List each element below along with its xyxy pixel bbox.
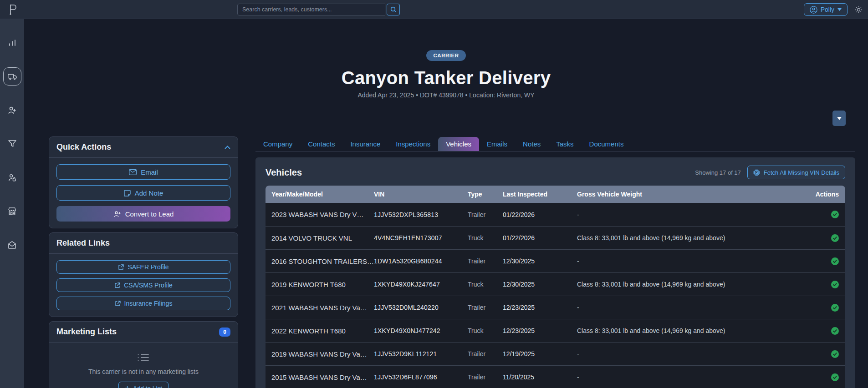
- email-button[interactable]: Email: [56, 164, 230, 180]
- col-gross-vehicle-weight: Gross Vehicle Weight: [577, 191, 818, 198]
- cell-last-inspected: 11/20/2025: [503, 373, 577, 381]
- related-links-title: Related Links: [56, 238, 110, 248]
- header-dropdown-button[interactable]: [832, 111, 846, 126]
- page-title: Canyon Tanker Delivery: [24, 68, 868, 88]
- sidebar-item-carriers[interactable]: [3, 67, 21, 86]
- quick-actions-body: Email Add Note Convert to Lead: [49, 158, 238, 228]
- cell-actions: [818, 257, 845, 265]
- tab-tasks[interactable]: Tasks: [548, 137, 581, 151]
- table-row[interactable]: 2019 WABASH VANS Dry Va… 1JJV532D9KL1121…: [266, 342, 845, 365]
- cell-type: Trailer: [468, 373, 503, 381]
- add-to-list-button[interactable]: Add to List: [118, 382, 168, 388]
- person-add-icon: [7, 106, 17, 115]
- cell-type: Truck: [468, 327, 503, 334]
- check-circle-icon: [831, 257, 839, 265]
- app-logo-icon[interactable]: [6, 3, 19, 16]
- cell-last-inspected: 12/30/2025: [503, 257, 577, 265]
- table-row[interactable]: 2014 VOLVO TRUCK VNL 4V4NC9EH1EN173007 T…: [266, 226, 845, 249]
- marketing-lists-empty-message: This carrier is not in any marketing lis…: [56, 368, 230, 375]
- add-note-button[interactable]: Add Note: [56, 185, 230, 201]
- fetch-vin-details-label: Fetch All Missing VIN Details: [764, 169, 839, 176]
- marketing-lists-header: Marketing Lists 0: [49, 322, 238, 343]
- collapse-chevron-up-icon[interactable]: [225, 146, 230, 149]
- safer-profile-link[interactable]: SAFER Profile: [56, 260, 230, 274]
- external-link-icon: [118, 264, 124, 270]
- cell-vin: 1JJV532D6FL877096: [374, 373, 468, 381]
- cell-actions: [818, 281, 845, 288]
- col-actions: Actions: [818, 191, 845, 198]
- list-icon: [56, 353, 230, 363]
- cell-type: Trailer: [468, 211, 503, 218]
- check-circle-icon: [831, 304, 839, 312]
- cell-last-inspected: 12/23/2025: [503, 304, 577, 311]
- tab-bar: CompanyContactsInsuranceInspectionsVehic…: [255, 136, 855, 151]
- cell-last-inspected: 01/22/2026: [503, 234, 577, 242]
- sidebar: [0, 19, 24, 388]
- col-vin: VIN: [374, 191, 468, 198]
- tab-contacts[interactable]: Contacts: [300, 137, 342, 151]
- search-button[interactable]: [387, 4, 400, 15]
- table-row[interactable]: 2015 WABASH VANS Dry Va… 1JJV532D6FL8770…: [266, 365, 845, 388]
- tab-vehicles[interactable]: Vehicles: [438, 137, 479, 151]
- tab-documents[interactable]: Documents: [582, 137, 632, 151]
- safer-profile-label: SAFER Profile: [128, 263, 168, 271]
- cell-actions: [818, 211, 845, 218]
- csa-sms-profile-link[interactable]: CSA/SMS Profile: [56, 278, 230, 292]
- cell-model: 2019 KENWORTH T680: [266, 281, 374, 288]
- cell-vin: 1JJV532D9KL112121: [374, 350, 468, 358]
- check-circle-icon: [831, 234, 839, 242]
- cell-gross-vehicle-weight: Class 8: 33,001 lb and above (14,969 kg …: [577, 281, 818, 288]
- cell-type: Trailer: [468, 257, 503, 265]
- quick-actions-header: Quick Actions: [49, 137, 238, 158]
- sidebar-item-dashboard[interactable]: [3, 34, 21, 52]
- tab-insurance[interactable]: Insurance: [342, 137, 388, 151]
- tab-emails[interactable]: Emails: [479, 137, 515, 151]
- vehicles-table: Year/Make/Model VIN Type Last Inspected …: [266, 186, 845, 388]
- cell-model: 2022 KENWORTH T680: [266, 327, 374, 335]
- table-row[interactable]: 2021 WABASH VANS Dry Va… 1JJV532D0ML2402…: [266, 296, 845, 319]
- cell-vin: 1XKYD49X0NJ477242: [374, 327, 468, 334]
- cell-vin: 1XKYD49X0KJ247647: [374, 281, 468, 288]
- envelope-icon: [129, 169, 137, 175]
- cell-type: Trailer: [468, 304, 503, 311]
- marketing-lists-card: Marketing Lists 0 This carrier is not in…: [49, 321, 238, 388]
- tab-inspections[interactable]: Inspections: [388, 137, 438, 151]
- convert-to-lead-button[interactable]: Convert to Lead: [56, 206, 230, 222]
- right-column: CompanyContactsInsuranceInspectionsVehic…: [255, 136, 855, 388]
- global-search: [237, 4, 400, 15]
- page-subtitle: Added Apr 23, 2025 • DOT# 4399078 • Loca…: [24, 91, 868, 99]
- search-input[interactable]: [237, 4, 385, 15]
- chip-icon: [753, 169, 760, 176]
- cell-model: 2021 WABASH VANS Dry Va…: [266, 304, 374, 312]
- cell-gross-vehicle-weight: -: [577, 211, 818, 218]
- sidebar-item-marketplace[interactable]: [3, 202, 21, 220]
- related-links-card: Related Links SAFER Profile CSA/SMS Prof…: [49, 232, 238, 317]
- convert-to-lead-label: Convert to Lead: [125, 210, 174, 218]
- table-row[interactable]: 2023 WABASH VANS Dry V… 1JJV532DXPL36581…: [266, 203, 845, 226]
- cell-last-inspected: 12/30/2025: [503, 281, 577, 288]
- check-circle-icon: [831, 350, 839, 358]
- table-row[interactable]: 2016 STOUGHTON TRAILERS… 1DW1A5320GB6802…: [266, 249, 845, 272]
- tab-company[interactable]: Company: [255, 137, 300, 151]
- fetch-vin-details-button[interactable]: Fetch All Missing VIN Details: [747, 166, 845, 179]
- search-icon: [390, 6, 397, 13]
- caret-down-icon: [837, 117, 842, 120]
- note-icon: [124, 190, 131, 197]
- sidebar-item-pipeline[interactable]: [3, 135, 21, 153]
- showing-count: Showing 17 of 17: [695, 169, 740, 176]
- table-row[interactable]: 2019 KENWORTH T680 1XKYD49X0KJ247647 Tru…: [266, 272, 845, 296]
- topbar: Polly: [0, 0, 868, 19]
- insurance-filings-link[interactable]: Insurance Filings: [56, 297, 230, 310]
- check-circle-icon: [831, 211, 839, 218]
- sidebar-item-customers[interactable]: [3, 168, 21, 186]
- quick-actions-title: Quick Actions: [56, 142, 111, 152]
- main-content: CARRIER Canyon Tanker Delivery Added Apr…: [24, 19, 868, 388]
- sidebar-item-leads[interactable]: [3, 101, 21, 119]
- user-menu-button[interactable]: Polly: [804, 3, 848, 16]
- theme-toggle-sun-icon[interactable]: [855, 6, 863, 14]
- table-row[interactable]: 2022 KENWORTH T680 1XKYD49X0NJ477242 Tru…: [266, 319, 845, 342]
- sidebar-item-inbox[interactable]: [3, 236, 21, 254]
- cell-model: 2014 VOLVO TRUCK VNL: [266, 234, 374, 242]
- tab-notes[interactable]: Notes: [515, 137, 548, 151]
- left-column: Quick Actions Email: [49, 136, 238, 388]
